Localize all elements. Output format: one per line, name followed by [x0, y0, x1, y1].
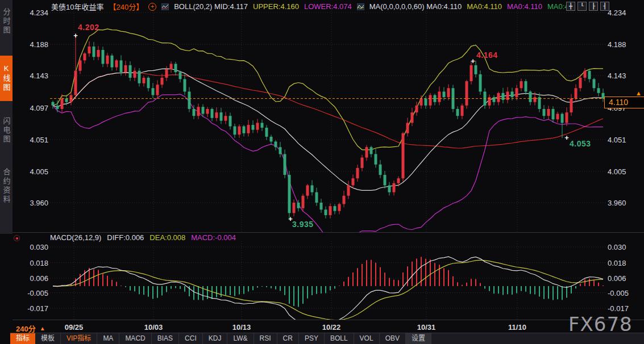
price-tick-label: 4.188	[0, 40, 48, 49]
pan-icon[interactable]: ╋	[566, 2, 575, 11]
add-indicator-icon[interactable]: +	[148, 3, 156, 11]
macd-tick-label: 0.006	[608, 274, 626, 283]
macd-tick-label: 0.006	[0, 274, 48, 283]
macd-tick-label: -0.017	[608, 304, 629, 313]
price-tick-label: 4.005	[608, 167, 626, 176]
price-tick-label: 4.143	[608, 72, 626, 80]
toolbar-tab[interactable]: CR	[277, 333, 299, 344]
toolbar-tab[interactable]: BIAS	[152, 333, 179, 344]
toolbar-tab[interactable]: MA	[97, 333, 119, 344]
sidebar-item[interactable]: 闪电图	[0, 110, 13, 151]
sidebar-item[interactable]: 分时图	[0, 1, 13, 42]
toolbar-tab[interactable]: BOLL	[325, 333, 354, 344]
macd-readout: MACD:-0.004	[191, 233, 236, 242]
toolbar-tab[interactable]: OBV	[380, 333, 406, 344]
macd-tick-label: -0.005	[0, 289, 48, 297]
macd-header: MACD(26,12,9) DIFF:0.006 DEA:0.008 MACD:…	[50, 233, 236, 242]
macd-indicator-icon[interactable]	[14, 235, 20, 241]
date-tick-label: 09/25	[56, 323, 92, 332]
date-tick-label: 10/22	[313, 323, 350, 332]
toolbar-tab[interactable]: 设置	[406, 333, 431, 344]
toolbar-tab[interactable]: PSY	[299, 333, 325, 344]
boll-chart-icon[interactable]	[161, 3, 169, 10]
toolbar-tab[interactable]: VIP指标	[61, 333, 97, 344]
current-price-box: 4.110	[604, 97, 644, 108]
date-tick-label: 10/03	[135, 323, 172, 332]
extreme-cross-marker: +	[564, 133, 569, 142]
diff-readout: DIFF:0.006	[107, 233, 144, 242]
boll-upper-readout: UPPER:4.160	[253, 2, 299, 11]
date-tick-label: 11/10	[499, 323, 535, 332]
macd-label: MACD(26,12,9)	[50, 233, 101, 242]
extreme-price-label: 4.053	[570, 139, 591, 148]
dea-readout: DEA:0.008	[149, 233, 185, 242]
timeframe-arrow-icon: ▲	[40, 325, 45, 332]
date-tick-label: 10/31	[408, 323, 444, 332]
price-tick-label: 4.051	[0, 136, 48, 144]
chart-header: 美债10年收益率 【240分】 + BOLL(20,2) MID:4.117 U…	[51, 2, 575, 11]
macd-tick-label: 0.018	[0, 259, 48, 267]
macd-tick-label: 0.030	[608, 243, 626, 251]
price-tick-label: 4.097	[0, 104, 48, 112]
boll-lower-readout: LOWER:4.074	[304, 2, 352, 11]
macd-tick-label: 0.018	[608, 259, 626, 267]
extreme-cross-marker: +	[471, 57, 475, 65]
toolbar-tab[interactable]: 模板	[35, 333, 61, 344]
ma-group-readout: MA(0,0,0,0,0,60) MA0:4.110	[369, 2, 462, 11]
boll-readout: BOLL(20,2) MID:4.117	[174, 2, 248, 11]
price-tick-label: 3.960	[608, 199, 626, 207]
extreme-price-label: 3.935	[292, 220, 314, 229]
price-tick-label: 4.188	[608, 40, 626, 49]
axis-play-icon[interactable]: ┠	[589, 2, 598, 11]
bottom-toolbar: 指标 模板 VIP指标 MA MACD BIAS CCI KDJ LW&	[10, 333, 644, 344]
ma-magenta-readout: MA0:4.110	[507, 2, 542, 11]
axis-scale-icon[interactable]: ┖	[577, 2, 587, 11]
date-tick-label: 10/13	[223, 323, 260, 332]
watermark: FX678	[568, 313, 633, 335]
ma-chart-icon[interactable]	[357, 3, 364, 10]
extreme-price-label: 4.202	[78, 23, 99, 32]
price-tick-label: 4.005	[0, 167, 48, 176]
current-price-value: 4.110	[609, 98, 628, 107]
macd-tick-label: 0.030	[0, 243, 48, 251]
price-tick-label: 4.143	[0, 72, 48, 80]
ma-yellow-readout: MA0:4.110	[467, 2, 502, 11]
instrument-title: 美债10年收益率	[51, 1, 103, 12]
price-tick-label: 4.234	[608, 9, 626, 17]
extreme-price-label: 4.164	[476, 51, 498, 60]
toolbar-tab[interactable]: CCI	[179, 333, 203, 344]
chart-toolbar-icons: ╋ ┖ ┠ ┨	[566, 2, 609, 11]
toolbar-tab[interactable]: 指标	[10, 333, 35, 344]
toolbar-tab[interactable]: MACD	[119, 333, 151, 344]
toolbar-tab[interactable]: LW&	[227, 333, 254, 344]
toolbar-tab[interactable]: RSI	[254, 333, 277, 344]
extreme-cross-marker: +	[73, 31, 78, 40]
candlestick-chart-canvas[interactable]	[0, 0, 644, 344]
price-tick-label: 4.051	[608, 136, 626, 144]
period-label: 【240分】	[109, 1, 143, 12]
toolbar-tab[interactable]: VOL	[354, 333, 380, 344]
price-marker-icon[interactable]: ▲	[635, 90, 642, 97]
price-tick-label: 4.234	[0, 9, 48, 17]
trading-app-window: { "colors": { "up": "#e0353f", "down": "…	[0, 0, 644, 344]
macd-tick-label: -0.017	[0, 304, 48, 313]
price-tick-label: 3.960	[0, 199, 48, 207]
toolbar-tab[interactable]: KDJ	[203, 333, 228, 344]
macd-tick-label: -0.005	[608, 289, 629, 297]
